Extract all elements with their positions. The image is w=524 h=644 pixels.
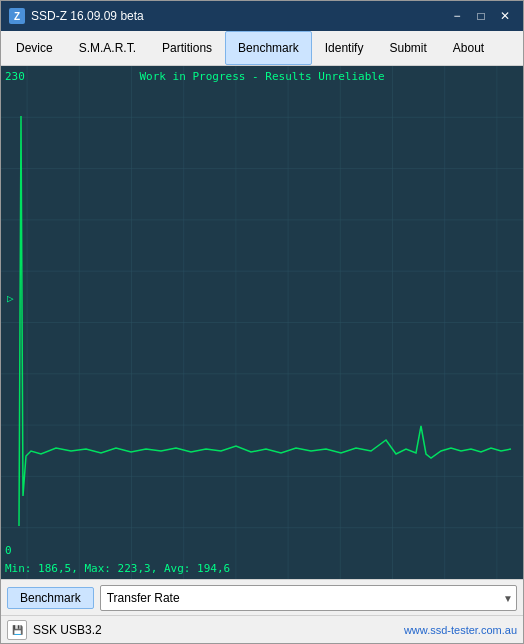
chart-y-min-label: 0 — [5, 544, 12, 557]
menu-device[interactable]: Device — [3, 31, 66, 65]
chart-y-max-label: 230 — [5, 70, 25, 83]
website-url: www.ssd-tester.com.au — [404, 624, 517, 636]
minimize-button[interactable]: − — [447, 6, 467, 26]
chart-arrow-icon: ▷ — [7, 292, 14, 305]
benchmark-toolbar: Benchmark Transfer Rate Sequential Read … — [1, 579, 523, 615]
menu-benchmark[interactable]: Benchmark — [225, 31, 312, 65]
menu-partitions[interactable]: Partitions — [149, 31, 225, 65]
chart-warning-label: Work in Progress - Results Unreliable — [139, 70, 384, 83]
close-button[interactable]: ✕ — [495, 6, 515, 26]
chart-grid-svg — [1, 66, 523, 579]
device-label: SSK USB3.2 — [33, 623, 102, 637]
chart-type-select-wrapper: Transfer Rate Sequential Read Sequential… — [100, 585, 517, 611]
chart-stats-label: Min: 186,5, Max: 223,3, Avg: 194,6 — [5, 562, 230, 575]
window-controls: − □ ✕ — [447, 6, 515, 26]
benchmark-chart: 230 Work in Progress - Results Unreliabl… — [1, 66, 523, 579]
maximize-button[interactable]: □ — [471, 6, 491, 26]
main-window: Z SSD-Z 16.09.09 beta − □ ✕ Device S.M.A… — [0, 0, 524, 644]
menu-identify[interactable]: Identify — [312, 31, 377, 65]
chart-type-select[interactable]: Transfer Rate Sequential Read Sequential… — [100, 585, 517, 611]
menu-submit[interactable]: Submit — [376, 31, 439, 65]
menu-smart[interactable]: S.M.A.R.T. — [66, 31, 149, 65]
menu-bar: Device S.M.A.R.T. Partitions Benchmark I… — [1, 31, 523, 66]
device-icon: 💾 — [7, 620, 27, 640]
title-bar: Z SSD-Z 16.09.09 beta − □ ✕ — [1, 1, 523, 31]
status-bar: 💾 SSK USB3.2 www.ssd-tester.com.au — [1, 615, 523, 643]
menu-about[interactable]: About — [440, 31, 497, 65]
window-title: SSD-Z 16.09.09 beta — [31, 9, 144, 23]
benchmark-button[interactable]: Benchmark — [7, 587, 94, 609]
title-bar-left: Z SSD-Z 16.09.09 beta — [9, 8, 144, 24]
app-icon: Z — [9, 8, 25, 24]
